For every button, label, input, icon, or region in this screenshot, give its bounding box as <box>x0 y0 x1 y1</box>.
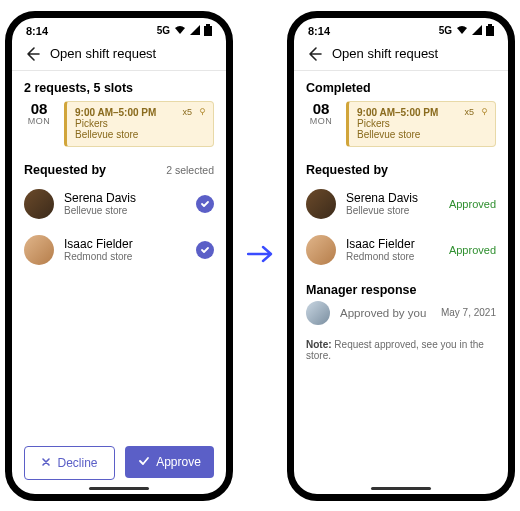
home-indicator <box>371 487 431 490</box>
page-title: Open shift request <box>50 46 156 61</box>
person-row: Isaac Fielder Redmond store Approved <box>294 227 508 273</box>
person-name: Serena Davis <box>346 191 418 205</box>
manager-text: Approved by you <box>340 307 426 319</box>
manager-row: Approved by you May 7, 2021 <box>306 297 496 329</box>
check-icon <box>138 455 150 469</box>
status-bar: 8:14 5G <box>294 18 508 40</box>
arrow-right-icon <box>247 244 273 268</box>
avatar <box>24 235 54 265</box>
shift-slots: x5 <box>464 107 474 117</box>
date-day: 08 <box>24 101 54 116</box>
selected-count: 2 selected <box>166 164 214 176</box>
shift-slots: x5 <box>182 107 192 117</box>
note-label: Note: <box>306 339 332 350</box>
svg-rect-1 <box>204 26 212 36</box>
back-icon[interactable] <box>306 46 322 62</box>
home-indicator <box>89 487 149 490</box>
phone-right: 8:14 5G Open shift request Complet <box>287 11 515 501</box>
manager-response-section: Manager response Approved by you May 7, … <box>294 273 508 333</box>
summary-text: Completed <box>306 81 496 95</box>
date-column: 08 MON <box>306 101 336 147</box>
person-store: Bellevue store <box>64 205 136 216</box>
approve-label: Approve <box>156 455 201 469</box>
person-name: Serena Davis <box>64 191 136 205</box>
svg-rect-4 <box>486 26 494 36</box>
date-column: 08 MON <box>24 101 54 147</box>
requested-header: Requested by <box>294 153 508 181</box>
person-store: Redmond store <box>64 251 133 262</box>
svg-point-5 <box>482 108 486 112</box>
status-badge: Approved <box>449 198 496 210</box>
person-store: Redmond store <box>346 251 415 262</box>
summary-text: 2 requests, 5 slots <box>24 81 214 95</box>
location-pin-icon <box>198 107 207 118</box>
avatar <box>306 301 330 325</box>
checkmark-icon[interactable] <box>196 195 214 213</box>
shift-store: Bellevue store <box>75 129 205 140</box>
manager-note: Note: Request approved, see you in the s… <box>294 333 508 361</box>
decline-button[interactable]: Decline <box>24 446 115 480</box>
network-label: 5G <box>439 25 452 36</box>
svg-rect-3 <box>488 24 492 26</box>
phone-left: 8:14 5G Open shift request 2 reque <box>5 11 233 501</box>
network-label: 5G <box>157 25 170 36</box>
summary-section: Completed 08 MON 9:00 AM–5:00 PM Pickers… <box>294 71 508 153</box>
decline-label: Decline <box>57 456 97 470</box>
wifi-icon <box>456 25 468 37</box>
requested-header: Requested by 2 selected <box>12 153 226 181</box>
person-name: Isaac Fielder <box>64 237 133 251</box>
note-text: Request approved, see you in the store. <box>306 339 484 361</box>
date-day: 08 <box>306 101 336 116</box>
avatar <box>306 235 336 265</box>
checkmark-icon[interactable] <box>196 241 214 259</box>
person-name: Isaac Fielder <box>346 237 415 251</box>
status-badge: Approved <box>449 244 496 256</box>
shift-role: Pickers <box>75 118 205 129</box>
approve-button[interactable]: Approve <box>125 446 214 478</box>
svg-rect-0 <box>206 24 210 26</box>
location-pin-icon <box>480 107 489 118</box>
page-title: Open shift request <box>332 46 438 61</box>
signal-icon <box>190 25 200 37</box>
status-indicators: 5G <box>439 24 494 38</box>
status-bar: 8:14 5G <box>12 18 226 40</box>
battery-icon <box>486 24 494 38</box>
shift-card[interactable]: 9:00 AM–5:00 PM Pickers Bellevue store x… <box>346 101 496 147</box>
battery-icon <box>204 24 212 38</box>
person-row[interactable]: Serena Davis Bellevue store <box>12 181 226 227</box>
person-row[interactable]: Isaac Fielder Redmond store <box>12 227 226 273</box>
svg-point-2 <box>200 108 204 112</box>
shift-row: 08 MON 9:00 AM–5:00 PM Pickers Bellevue … <box>24 101 214 147</box>
avatar <box>24 189 54 219</box>
shift-row: 08 MON 9:00 AM–5:00 PM Pickers Bellevue … <box>306 101 496 147</box>
status-time: 8:14 <box>308 25 330 37</box>
status-indicators: 5G <box>157 24 212 38</box>
shift-role: Pickers <box>357 118 487 129</box>
close-icon <box>41 456 51 470</box>
status-time: 8:14 <box>26 25 48 37</box>
manager-response-title: Manager response <box>306 283 496 297</box>
shift-store: Bellevue store <box>357 129 487 140</box>
summary-section: 2 requests, 5 slots 08 MON 9:00 AM–5:00 … <box>12 71 226 153</box>
requested-title: Requested by <box>24 163 106 177</box>
date-dow: MON <box>306 116 336 126</box>
requested-title: Requested by <box>306 163 388 177</box>
person-store: Bellevue store <box>346 205 418 216</box>
app-header: Open shift request <box>12 40 226 71</box>
avatar <box>306 189 336 219</box>
app-header: Open shift request <box>294 40 508 71</box>
wifi-icon <box>174 25 186 37</box>
date-dow: MON <box>24 116 54 126</box>
back-icon[interactable] <box>24 46 40 62</box>
manager-date: May 7, 2021 <box>441 307 496 318</box>
signal-icon <box>472 25 482 37</box>
footer-actions: Decline Approve <box>12 436 226 494</box>
shift-card[interactable]: 9:00 AM–5:00 PM Pickers Bellevue store x… <box>64 101 214 147</box>
person-row: Serena Davis Bellevue store Approved <box>294 181 508 227</box>
